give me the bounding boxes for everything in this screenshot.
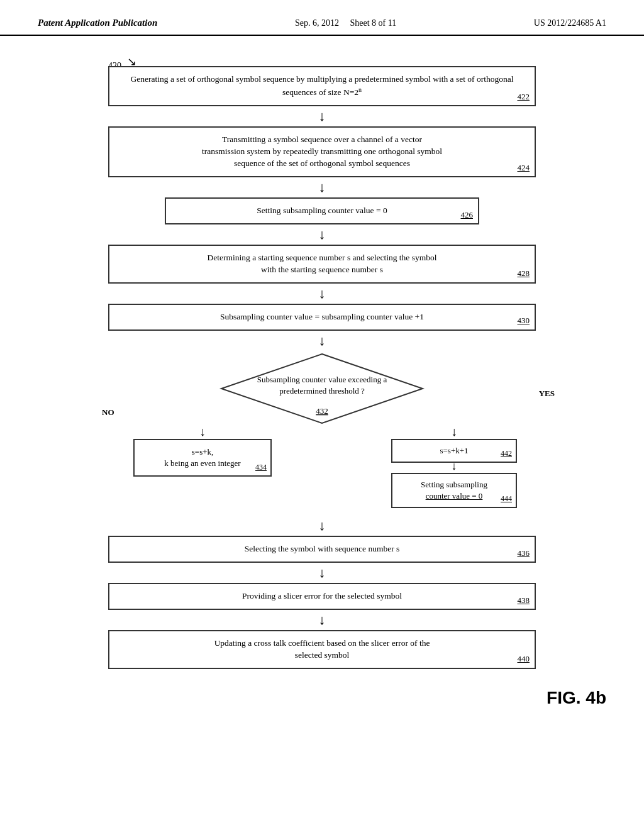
box-434-text: s=s+k,k being an even integer <box>164 447 240 468</box>
box-424-text: Transmitting a symbol sequence over a ch… <box>202 135 442 168</box>
box-430: Subsampling counter value = subsampling … <box>108 304 536 331</box>
arrow-436-438: ↓ <box>319 563 326 583</box>
patent-number: US 2012/224685 A1 <box>534 18 606 28</box>
arrow-430-432: ↓ <box>319 331 326 351</box>
box-424: Transmitting a symbol sequence over a ch… <box>108 126 536 177</box>
no-label: NO <box>102 407 114 418</box>
box-440-text: Updating a cross talk coefficient based … <box>214 638 430 660</box>
box-422: Generating a set of orthogonal symbol se… <box>108 66 536 106</box>
box-442: s=s+k+1 442 <box>391 439 517 463</box>
publication-title: Patent Application Publication <box>38 18 157 28</box>
ref-436: 436 <box>518 548 530 559</box>
page-header: Patent Application Publication Sep. 6, 2… <box>0 0 644 36</box>
box-434: s=s+k,k being an even integer 434 <box>133 439 272 477</box>
arrow-428-430: ↓ <box>319 284 326 304</box>
box-440: Updating a cross talk coefficient based … <box>108 630 536 669</box>
box-438: Providing a slicer error for the selecte… <box>108 583 536 610</box>
svg-text:predetermined threshold ?: predetermined threshold ? <box>279 386 365 396</box>
arrow-no-down: ↓ <box>199 426 206 439</box>
box-426: Setting subsampling counter value = 0 42… <box>165 197 479 224</box>
box-436: Selecting the symbol with sequence numbe… <box>108 536 536 563</box>
box-422-text: Generating a set of orthogonal symbol se… <box>131 74 514 97</box>
yes-label: YES <box>539 389 555 399</box>
svg-text:Subsampling counter value exce: Subsampling counter value exceeding a <box>257 375 387 384</box>
ref-430: 430 <box>518 315 530 326</box>
box-430-text: Subsampling counter value = subsampling … <box>220 312 424 321</box>
box-428: Determining a starting sequence number s… <box>108 245 536 284</box>
box-428-text: Determining a starting sequence number s… <box>208 253 437 274</box>
ref-438: 438 <box>518 595 530 606</box>
box-426-text: Setting subsampling counter value = 0 <box>257 206 387 215</box>
arrow-split-436: ↓ <box>319 516 326 536</box>
box-442-text: s=s+k+1 <box>440 446 468 455</box>
ref-424: 424 <box>518 162 530 174</box>
ref-422: 422 <box>518 91 530 102</box>
diamond-432-wrapper: Subsampling counter value exceeding a pr… <box>108 351 536 426</box>
ref-428: 428 <box>518 268 530 279</box>
svg-text:432: 432 <box>316 406 328 416</box>
box-436-text: Selecting the symbol with sequence numbe… <box>245 544 400 553</box>
left-branch: ↓ s=s+k,k being an even integer 434 <box>108 426 297 477</box>
arrow-422-424: ↓ <box>319 106 326 126</box>
arrow-438-440: ↓ <box>319 610 326 630</box>
right-branch: ↓ s=s+k+1 442 ↓ Setting subsamplingcount… <box>372 426 536 509</box>
box-444-text: Setting subsamplingcounter value = 0 <box>421 480 487 501</box>
ref-444: 444 <box>501 494 512 504</box>
ref-426: 426 <box>461 209 474 221</box>
box-438-text: Providing a slicer error for the selecte… <box>242 591 402 600</box>
diagram-area: 420 ↘ Generating a set of orthogonal sym… <box>0 42 644 682</box>
diamond-432-svg: Subsampling counter value exceeding a pr… <box>215 351 429 426</box>
header-center: Sep. 6, 2012 Sheet 8 of 11 <box>295 18 396 28</box>
arrow-442-444: ↓ <box>452 463 457 473</box>
flowchart: Generating a set of orthogonal symbol se… <box>38 55 606 669</box>
figure-label: FIG. 4b <box>0 682 644 721</box>
pub-date: Sep. 6, 2012 <box>295 18 339 28</box>
ref-440: 440 <box>518 653 530 665</box>
page: Patent Application Publication Sep. 6, 2… <box>0 0 644 830</box>
arrow-yes-down: ↓ <box>451 426 457 439</box>
arrow-426-428: ↓ <box>319 224 326 245</box>
ref-434: 434 <box>255 462 267 473</box>
sheet-info: Sheet 8 of 11 <box>350 18 396 28</box>
arrow-424-426: ↓ <box>319 177 326 197</box>
ref-442: 442 <box>501 448 512 459</box>
split-branches: ↓ s=s+k,k being an even integer 434 ↓ <box>108 426 536 509</box>
box-444: Setting subsamplingcounter value = 0 444 <box>391 473 517 508</box>
